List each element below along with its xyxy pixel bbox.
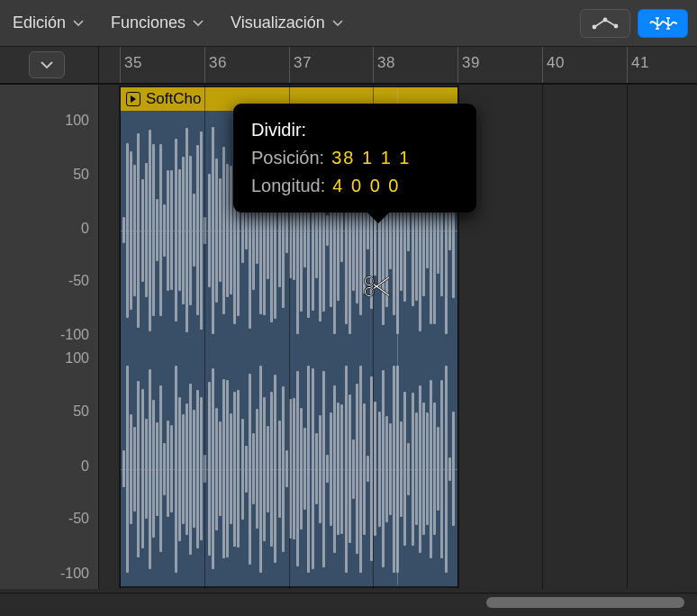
- waveform-sample: [163, 204, 166, 257]
- ruler-tick: 39: [457, 47, 458, 83]
- catch-menu-button[interactable]: [29, 51, 65, 78]
- waveform-sample: [430, 380, 432, 558]
- waveform-sample: [126, 143, 129, 318]
- waveform-sample: [186, 128, 188, 332]
- split-tooltip: Dividir: Posición: 38 1 1 1 Longitud: 4 …: [233, 104, 476, 213]
- ruler-tick-label: 40: [547, 54, 565, 72]
- waveform-sample: [378, 412, 381, 527]
- amplitude-label: -50: [68, 273, 89, 289]
- waveform-sample: [149, 130, 151, 331]
- chevron-down-icon: [332, 20, 343, 27]
- ruler-tick: 35: [120, 47, 121, 83]
- waveform-sample: [222, 147, 225, 314]
- waveform-sample: [322, 371, 325, 567]
- tooltip-title: Dividir:: [251, 116, 458, 144]
- waveform-sample: [186, 403, 188, 535]
- waveform-sample: [296, 371, 299, 566]
- timeline-ruler[interactable]: 35363738394041: [0, 47, 697, 85]
- waveform-sample: [319, 415, 321, 523]
- waveform-sample: [130, 151, 132, 310]
- waveform-sample: [163, 443, 166, 495]
- waveform-sample: [230, 166, 232, 294]
- waveform-sample: [330, 412, 332, 526]
- ruler-ticks[interactable]: 35363738394041: [99, 47, 697, 83]
- editor-toolbar: Edición Funciones Visualización: [0, 0, 697, 47]
- waveform-sample: [196, 145, 199, 315]
- waveform-sample: [233, 392, 236, 547]
- waveform-sample: [222, 379, 225, 558]
- waveform-sample: [445, 366, 448, 573]
- waveform-sample: [141, 389, 144, 548]
- waveform-sample: [200, 131, 203, 330]
- waveform-sample: [274, 375, 276, 563]
- horizontal-scrollbar[interactable]: [0, 593, 697, 611]
- waveform-sample: [385, 416, 388, 522]
- waveform-sample: [170, 170, 173, 290]
- waveform-sample: [178, 397, 181, 541]
- waveform-sample: [167, 170, 169, 291]
- waveform-sample: [141, 179, 144, 282]
- automation-toggle-button[interactable]: [580, 9, 630, 38]
- waveform-sample: [219, 421, 222, 516]
- amplitude-label: 0: [81, 458, 89, 475]
- gridline: [627, 85, 628, 589]
- waveform-sample: [245, 211, 248, 249]
- waveform-sample: [156, 199, 158, 261]
- waveform-sample: [149, 369, 151, 569]
- menu-edit-label: Edición: [13, 14, 66, 32]
- tooltip-position-label: Posición:: [251, 144, 324, 172]
- waveform-sample: [182, 157, 185, 304]
- waveform-sample: [237, 390, 240, 548]
- scrollbar-thumb[interactable]: [486, 597, 684, 608]
- amplitude-label: -50: [68, 511, 89, 527]
- waveform-sample: [245, 446, 248, 493]
- amplitude-label: 50: [73, 403, 89, 420]
- amplitude-label: 100: [65, 350, 89, 367]
- waveform-sample: [167, 421, 169, 517]
- ruler-tick: 40: [542, 47, 543, 83]
- waveform-sample: [285, 450, 288, 487]
- waveform-sample: [412, 393, 414, 546]
- menu-view[interactable]: Visualización: [231, 14, 343, 32]
- waveform-sample: [215, 408, 218, 530]
- automation-icon: [590, 15, 620, 32]
- waveform-sample: [256, 409, 258, 529]
- toolbar-tools: [580, 9, 688, 38]
- waveform-sample: [212, 368, 214, 569]
- ruler-tick: 38: [373, 47, 374, 83]
- waveform-sample: [407, 210, 410, 251]
- waveform-sample: [303, 428, 306, 510]
- waveform-sample: [208, 174, 211, 287]
- waveform-sample: [212, 127, 214, 334]
- waveform-sample: [263, 397, 266, 541]
- waveform-sample: [182, 414, 185, 524]
- waveform-sample: [156, 422, 158, 516]
- waveform-sample: [175, 139, 177, 322]
- waveform-sample: [208, 382, 211, 556]
- menu-view-label: Visualización: [231, 14, 325, 32]
- waveform-sample: [270, 392, 273, 547]
- menu-functions[interactable]: Funciones: [111, 14, 204, 32]
- waveform-sample: [130, 414, 132, 524]
- waveform-sample: [230, 413, 232, 524]
- waveform-sample: [348, 394, 351, 543]
- waveform-sample: [249, 374, 251, 565]
- waveform-sample: [193, 410, 195, 528]
- play-triangle-icon: [130, 95, 137, 104]
- menu-edit[interactable]: Edición: [13, 14, 84, 32]
- waveform-sample: [433, 403, 436, 535]
- region-disclosure-button[interactable]: [126, 92, 140, 106]
- ruler-tick-label: 38: [377, 54, 395, 72]
- waveform-sample: [175, 366, 177, 573]
- amplitude-scale: 100500-50-100100500-50-100: [0, 85, 99, 589]
- waveform-sample: [300, 408, 303, 530]
- waveform-sample: [400, 421, 403, 517]
- waveform-sample: [137, 381, 140, 557]
- flex-toggle-button[interactable]: [638, 9, 688, 38]
- waveform-sample: [340, 404, 343, 534]
- amplitude-label: 50: [73, 167, 89, 183]
- amplitude-label: 0: [81, 221, 89, 237]
- waveform-sample: [196, 390, 199, 548]
- waveform-sample: [293, 398, 295, 539]
- ruler-tick-label: 41: [631, 54, 649, 72]
